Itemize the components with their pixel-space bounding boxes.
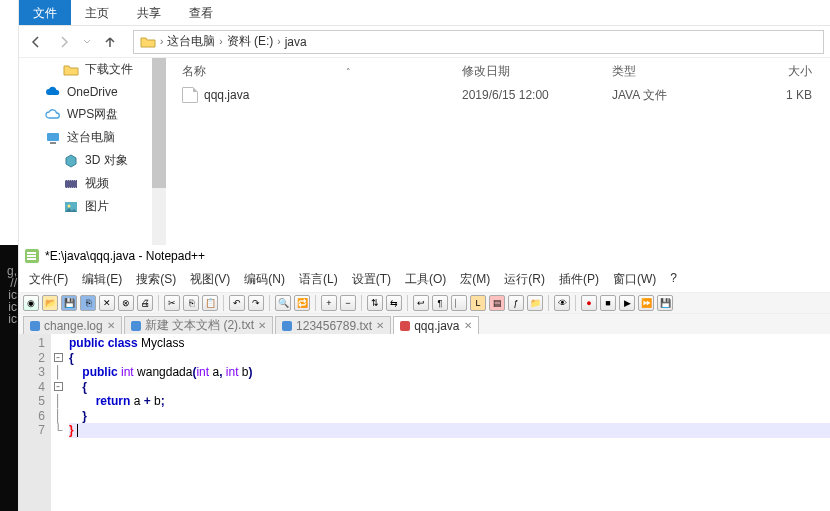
fold-gutter[interactable]: -│-││└ [51,334,65,511]
editor-tab[interactable]: qqq.java✕ [393,316,478,334]
play-multi-icon[interactable]: ⏩ [638,295,654,311]
print-icon[interactable]: 🖨 [137,295,153,311]
menu-item[interactable]: 编辑(E) [76,269,128,290]
title-bar[interactable]: *E:\java\qqq.java - Notepad++ [19,245,830,267]
redo-icon[interactable]: ↷ [248,295,264,311]
chevron-right-icon[interactable]: › [217,36,224,47]
sync-v-icon[interactable]: ⇅ [367,295,383,311]
zoom-in-icon[interactable]: + [321,295,337,311]
record-macro-icon[interactable]: ● [581,295,597,311]
file-row[interactable]: qqq.java2019/6/15 12:00JAVA 文件1 KB [166,84,830,106]
save-macro-icon[interactable]: 💾 [657,295,673,311]
tab-close-icon[interactable]: ✕ [107,320,115,331]
folder-workspace-icon[interactable]: 📁 [527,295,543,311]
window-title: *E:\java\qqq.java - Notepad++ [45,249,205,263]
ribbon-tab-home[interactable]: 主页 [71,0,123,25]
sidebar-item-label: OneDrive [67,85,118,99]
stop-macro-icon[interactable]: ■ [600,295,616,311]
breadcrumb-part[interactable]: java [285,35,307,49]
menu-item[interactable]: 工具(O) [399,269,452,290]
menu-item[interactable]: 宏(M) [454,269,496,290]
new-file-icon[interactable]: ◉ [23,295,39,311]
notepadpp-icon [25,249,39,263]
wordwrap-icon[interactable]: ↩ [413,295,429,311]
cut-icon[interactable]: ✂ [164,295,180,311]
menu-item[interactable]: 窗口(W) [607,269,662,290]
menu-item[interactable]: ? [664,269,683,290]
sidebar-item[interactable]: OneDrive [19,81,166,103]
nav-forward-icon[interactable] [53,31,75,53]
chevron-right-icon[interactable]: › [158,36,165,47]
menu-item[interactable]: 插件(P) [553,269,605,290]
col-type[interactable]: 类型 [612,63,742,80]
code-editor[interactable]: 1234567 -│-││└ public class Myclass{ pub… [19,334,830,511]
breadcrumb-part[interactable]: 这台电脑 [167,33,215,50]
sidebar-scrollbar[interactable] [152,58,166,245]
scrollbar-thumb[interactable] [152,58,166,188]
nav-sidebar: 下载文件OneDriveWPS网盘这台电脑3D 对象视频图片 [19,58,166,245]
open-file-icon[interactable]: 📂 [42,295,58,311]
chevron-right-icon[interactable]: › [275,36,282,47]
col-date[interactable]: 修改日期 [462,63,612,80]
video-icon [63,176,79,192]
zoom-out-icon[interactable]: − [340,295,356,311]
file-size: 1 KB [742,88,812,102]
sidebar-item-label: 下载文件 [85,61,133,78]
sidebar-item[interactable]: 下载文件 [19,58,166,81]
breadcrumb[interactable]: › 这台电脑 › 资料 (E:) › java [133,30,824,54]
show-all-chars-icon[interactable]: ¶ [432,295,448,311]
editor-tab[interactable]: 123456789.txt✕ [275,316,391,334]
address-bar-row: › 这台电脑 › 资料 (E:) › java [19,26,830,58]
doc-map-icon[interactable]: ▤ [489,295,505,311]
close-all-icon[interactable]: ⊗ [118,295,134,311]
col-name[interactable]: 名称 [182,64,206,78]
breadcrumb-part[interactable]: 资料 (E:) [227,33,274,50]
menu-item[interactable]: 编码(N) [238,269,291,290]
save-all-icon[interactable]: ⎘ [80,295,96,311]
tab-close-icon[interactable]: ✕ [258,320,266,331]
menu-item[interactable]: 文件(F) [23,269,74,290]
col-size[interactable]: 大小 [742,63,812,80]
save-icon[interactable]: 💾 [61,295,77,311]
ribbon-tab-share[interactable]: 共享 [123,0,175,25]
sidebar-item[interactable]: 3D 对象 [19,149,166,172]
nav-up-icon[interactable] [99,31,121,53]
tab-close-icon[interactable]: ✕ [464,320,472,331]
sidebar-item-label: 视频 [85,175,109,192]
editor-tab[interactable]: change.log✕ [23,316,122,334]
menu-item[interactable]: 视图(V) [184,269,236,290]
line-number-gutter: 1234567 [19,334,51,511]
sync-h-icon[interactable]: ⇆ [386,295,402,311]
toolbar: ◉ 📂 💾 ⎘ ✕ ⊗ 🖨 ✂ ⎘ 📋 ↶ ↷ 🔍 🔁 + − ⇅ ⇆ ↩ ¶ … [19,292,830,314]
play-macro-icon[interactable]: ▶ [619,295,635,311]
sidebar-item[interactable]: 这台电脑 [19,126,166,149]
menu-item[interactable]: 语言(L) [293,269,344,290]
ribbon-tab-view[interactable]: 查看 [175,0,227,25]
ribbon-tab-file[interactable]: 文件 [19,0,71,25]
paste-icon[interactable]: 📋 [202,295,218,311]
editor-tab[interactable]: 新建 文本文档 (2).txt✕ [124,316,273,334]
close-icon[interactable]: ✕ [99,295,115,311]
udl-icon[interactable]: L [470,295,486,311]
undo-icon[interactable]: ↶ [229,295,245,311]
code-content[interactable]: public class Myclass{ public int wangdad… [65,334,830,511]
sidebar-item[interactable]: 图片 [19,195,166,218]
sidebar-item[interactable]: 视频 [19,172,166,195]
copy-icon[interactable]: ⎘ [183,295,199,311]
indent-guide-icon[interactable]: ⎸ [451,295,467,311]
column-headers[interactable]: 名称˄ 修改日期 类型 大小 [166,58,830,84]
func-list-icon[interactable]: ƒ [508,295,524,311]
tab-status-icon [282,321,292,331]
tab-label: 123456789.txt [296,319,372,333]
menu-item[interactable]: 设置(T) [346,269,397,290]
find-icon[interactable]: 🔍 [275,295,291,311]
svg-rect-0 [47,133,59,141]
tab-close-icon[interactable]: ✕ [376,320,384,331]
replace-icon[interactable]: 🔁 [294,295,310,311]
menu-item[interactable]: 搜索(S) [130,269,182,290]
nav-back-icon[interactable] [25,31,47,53]
nav-recent-dropdown-icon[interactable] [81,31,93,53]
sidebar-item[interactable]: WPS网盘 [19,103,166,126]
monitor-icon[interactable]: 👁 [554,295,570,311]
menu-item[interactable]: 运行(R) [498,269,551,290]
